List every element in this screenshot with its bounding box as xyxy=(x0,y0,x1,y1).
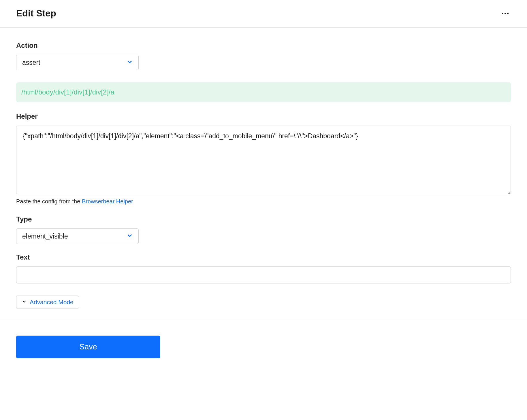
page-header: Edit Step xyxy=(0,0,527,28)
more-options-icon[interactable] xyxy=(500,10,511,16)
action-select-wrapper: assert xyxy=(16,55,139,70)
type-select[interactable]: element_visible xyxy=(16,228,139,244)
helper-field-group: Helper {"xpath":"/html/body/div[1]/div[1… xyxy=(16,112,511,205)
helper-label: Helper xyxy=(16,112,511,120)
text-field-group: Text xyxy=(16,253,511,283)
text-input[interactable] xyxy=(16,266,511,283)
type-label: Type xyxy=(16,215,511,223)
type-field-group: Type element_visible xyxy=(16,215,511,244)
advanced-mode-label: Advanced Mode xyxy=(30,299,74,306)
advanced-mode-group: Advanced Mode xyxy=(16,296,511,309)
helper-textarea[interactable]: {"xpath":"/html/body/div[1]/div[1]/div[2… xyxy=(16,126,511,194)
action-select[interactable]: assert xyxy=(16,55,139,70)
page-title: Edit Step xyxy=(16,8,56,19)
action-field-group: Action assert xyxy=(16,41,511,70)
helper-hint: Paste the config from the Browserbear He… xyxy=(16,198,511,205)
form-footer: Save xyxy=(0,318,527,376)
browserbear-helper-link[interactable]: Browserbear Helper xyxy=(82,198,133,205)
chevron-down-icon xyxy=(22,299,27,306)
text-label: Text xyxy=(16,253,511,261)
form-content: Action assert /html/body/div[1]/div[1]/d… xyxy=(0,28,527,318)
advanced-mode-button[interactable]: Advanced Mode xyxy=(16,296,79,309)
save-button[interactable]: Save xyxy=(16,336,160,358)
type-select-wrapper: element_visible xyxy=(16,228,139,244)
action-label: Action xyxy=(16,41,511,50)
helper-hint-text: Paste the config from the xyxy=(16,198,82,205)
xpath-display: /html/body/div[1]/div[1]/div[2]/a xyxy=(16,82,511,102)
